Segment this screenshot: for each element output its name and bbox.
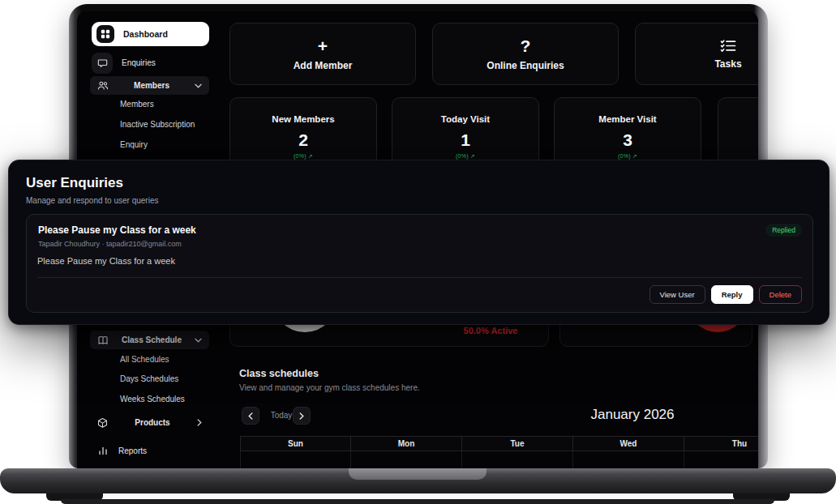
sidebar-item-members[interactable]: Members [90, 76, 209, 95]
book-icon [97, 335, 109, 345]
calendar-day-header: Mon [351, 437, 462, 451]
laptop-base-shadow [61, 499, 774, 504]
section-subtitle: View and manage your gym class schedules… [239, 383, 420, 392]
enquiry-body: Please Pause my Class for a week [37, 256, 175, 266]
bar-chart-icon [98, 446, 108, 455]
sidebar-subitem-weeks-schedules[interactable]: Weeks Schedules [120, 395, 225, 404]
stat-change: (0%) ↗ [230, 153, 376, 160]
sidebar-item-dashboard[interactable]: Dashboard [92, 22, 209, 46]
enquiry-actions: View User Reply Delete [650, 285, 802, 304]
delete-button[interactable]: Delete [759, 285, 802, 304]
sidebar-item-label: Class Schedule [122, 335, 182, 344]
calendar-cell[interactable] [684, 451, 758, 468]
modal-title: User Enquiries [26, 175, 123, 191]
sidebar-subitem-inactive-subscription[interactable]: Inactive Subscription [120, 120, 225, 129]
calendar-day-header: Wed [573, 437, 684, 451]
sidebar-subitem-enquiry[interactable]: Enquiry [120, 140, 225, 149]
sidebar-subitem-days-schedules[interactable]: Days Schedules [120, 374, 225, 383]
action-card-label: Online Enquiries [487, 60, 564, 71]
sidebar-item-class-schedule[interactable]: Class Schedule [90, 331, 209, 349]
sidebar-subitem-members[interactable]: Members [120, 100, 225, 109]
calendar-prev-button[interactable] [242, 407, 259, 425]
chat-bubble-icon [92, 53, 113, 74]
stat-value: 3 [555, 130, 701, 150]
add-member-card[interactable]: + Add Member [229, 23, 416, 85]
user-enquiries-modal: User Enquiries Manage and respond to use… [8, 160, 830, 325]
people-icon [97, 80, 109, 91]
stat-change: (0%) ↗ [555, 153, 701, 160]
stat-label: Member Visit [555, 114, 701, 124]
sidebar-item-label: Products [135, 418, 169, 427]
tasks-card[interactable]: Tasks [635, 23, 758, 85]
stat-value: 2 [230, 130, 376, 150]
calendar-day-header: Thu [684, 437, 758, 451]
calendar-cell[interactable] [351, 451, 462, 468]
dashboard-grid-icon [96, 25, 114, 43]
trend-up-icon: ↗ [308, 153, 313, 159]
sidebar-subitem-all-schedules[interactable]: All Schedules [120, 355, 225, 364]
online-enquiries-card[interactable]: ? Online Enquiries [432, 23, 619, 85]
laptop-base-notch [349, 468, 487, 480]
section-title: Class schedules [239, 368, 319, 379]
action-card-label: Tasks [714, 58, 741, 70]
calendar-day-header: Sun [240, 437, 351, 451]
modal-subtitle: Manage and respond to user queries [26, 196, 158, 205]
chevron-right-icon [197, 419, 202, 426]
stat-value: 1 [392, 130, 538, 150]
trend-up-icon: ↗ [632, 153, 637, 159]
enquiry-card: Please Pause my Class for a week Tapadir… [26, 214, 813, 313]
stat-card-member-visit[interactable]: Member Visit 3 (0%) ↗ [554, 97, 701, 169]
status-badge: Replied [765, 224, 802, 237]
sidebar-item-reports[interactable]: Reports [92, 441, 209, 460]
stat-change: (0%) ↗ [392, 153, 538, 160]
stat-card-new-members[interactable]: New Members 2 (0%) ↗ [229, 97, 377, 169]
sidebar-item-products[interactable]: Products [90, 413, 209, 432]
plus-icon: + [318, 37, 328, 54]
calendar-month-title: January 2026 [564, 407, 701, 423]
calendar-grid[interactable] [240, 451, 758, 468]
sidebar-item-label: Enquiries [122, 58, 156, 67]
sidebar-item-label: Dashboard [123, 29, 168, 39]
calendar-day-header-row: Sun Mon Tue Wed Thu Fri Sat [240, 436, 758, 451]
calendar-next-button[interactable] [293, 407, 311, 425]
action-card-label: Add Member [294, 60, 353, 71]
stat-label: Today Visit [392, 114, 538, 124]
reply-button[interactable]: Reply [711, 285, 753, 304]
sidebar-item-enquiries[interactable]: Enquiries [92, 52, 209, 74]
chevron-down-icon [195, 83, 202, 88]
chevron-down-icon [195, 338, 202, 343]
divider [37, 277, 802, 278]
cube-icon [97, 417, 108, 429]
active-percent-label: 50.0% Active [430, 326, 551, 335]
question-mark-icon: ? [521, 37, 531, 54]
chevron-right-icon [299, 412, 304, 420]
sidebar-item-label: Members [134, 81, 169, 90]
calendar-cell[interactable] [573, 451, 684, 468]
sidebar-item-label: Reports [118, 446, 147, 455]
enquiry-subject: Please Pause my Class for a week [38, 224, 196, 236]
stat-card-clipped[interactable] [718, 97, 758, 169]
chevron-left-icon [248, 412, 253, 420]
calendar-cell[interactable] [240, 451, 351, 468]
calendar-cell[interactable] [462, 451, 573, 468]
calendar-day-header: Tue [462, 437, 573, 451]
trend-up-icon: ↗ [470, 153, 475, 159]
view-user-button[interactable]: View User [650, 285, 705, 304]
laptop-mockup-scene: Dashboard Enquiries Members Members Inac… [0, 0, 836, 504]
stat-card-today-visit[interactable]: Today Visit 1 (0%) ↗ [392, 97, 539, 169]
checklist-icon [720, 39, 736, 53]
stat-label: New Members [230, 114, 376, 124]
enquiry-sender-meta: Tapadir Choudhury · tapadir210@gmail.com [38, 240, 182, 248]
